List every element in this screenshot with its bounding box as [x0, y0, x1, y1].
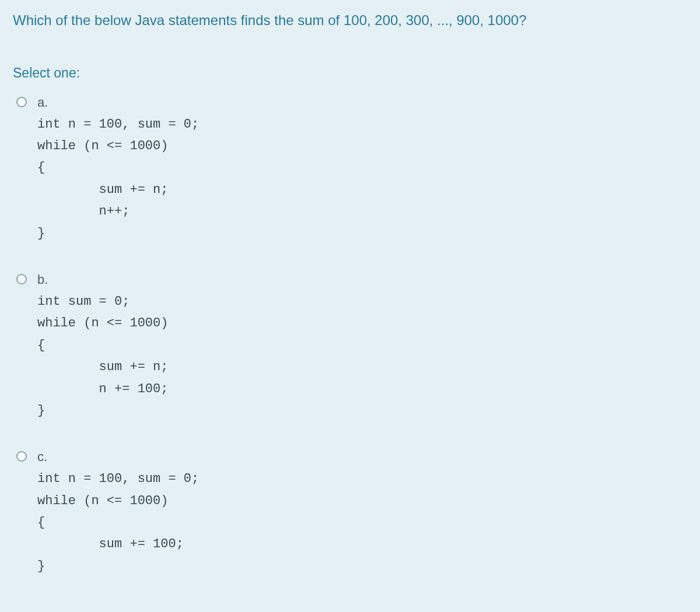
- question-text: Which of the below Java statements finds…: [13, 10, 687, 30]
- option-label-a: a.: [37, 95, 687, 110]
- option-a: a. int n = 100, sum = 0; while (n <= 100…: [13, 95, 687, 244]
- radio-option-c[interactable]: [16, 451, 27, 462]
- option-c: c. int n = 100, sum = 0; while (n <= 100…: [13, 449, 687, 577]
- radio-option-a[interactable]: [16, 97, 27, 107]
- radio-option-b[interactable]: [16, 274, 27, 284]
- option-b: b. int sum = 0; while (n <= 1000) { sum …: [13, 272, 687, 421]
- option-code-b: int sum = 0; while (n <= 1000) { sum += …: [37, 291, 687, 421]
- option-code-c: int n = 100, sum = 0; while (n <= 1000) …: [37, 468, 687, 577]
- option-label-c: c.: [37, 449, 687, 465]
- option-label-b: b.: [37, 272, 687, 287]
- select-prompt: Select one:: [13, 65, 687, 81]
- option-code-a: int n = 100, sum = 0; while (n <= 1000) …: [37, 114, 687, 244]
